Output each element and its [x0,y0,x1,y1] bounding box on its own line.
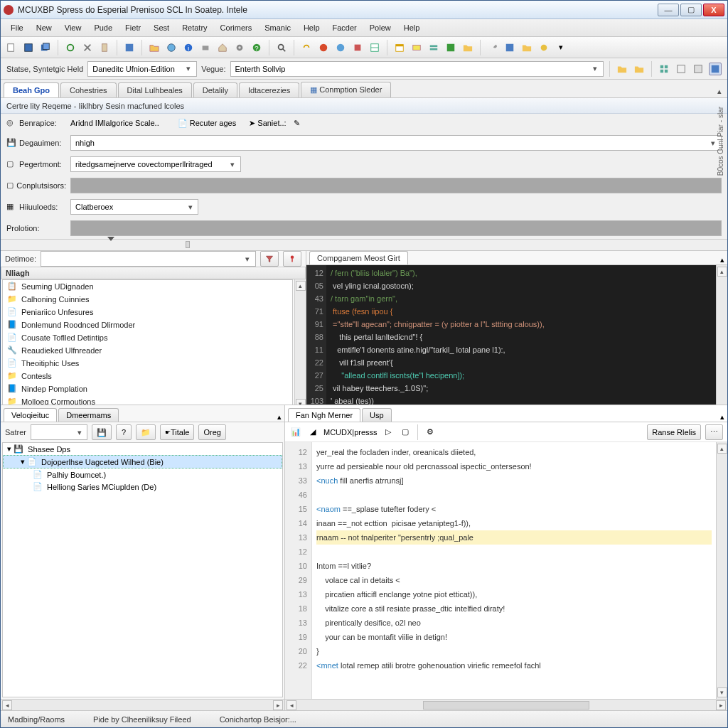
tab-detalily[interactable]: Detalily [193,82,237,97]
menu-item[interactable]: Retatry [176,22,213,33]
editor-vscroll[interactable]: ▴ ▾ [716,265,727,422]
help-icon[interactable]: ? [250,41,263,54]
tab-dmeermams[interactable]: Dmeermams [58,408,119,422]
tab-idtacerezies[interactable]: Idtacerezies [239,82,299,97]
card-icon[interactable] [410,41,423,54]
collapse-icon[interactable]: ▴ [716,85,723,97]
stack-icon[interactable] [427,41,440,54]
globe2-icon[interactable] [334,41,347,54]
degauimen-combo[interactable]: ▾ [70,135,722,151]
maximize-button[interactable]: ▢ [680,4,702,16]
grid-icon[interactable] [658,63,670,75]
folder3-icon[interactable] [520,41,533,54]
collapse-icon[interactable]: ▴ [720,412,724,422]
ranse-btn[interactable]: Ranse Rlelis [647,424,701,440]
table-icon[interactable] [368,41,381,54]
pegertmont-combo[interactable]: ▾ [70,156,241,172]
project-item[interactable]: 📄 Palhiy Boumcet.) [3,469,282,481]
scroll-up-icon[interactable]: ▴ [296,281,306,291]
hscroll[interactable]: ◂ ▸ [1,699,284,710]
menu-item[interactable]: Fietr [119,22,146,33]
close-button[interactable]: X [703,4,724,16]
chevron-down-icon[interactable]: ▾ [183,64,193,73]
gear-icon[interactable] [233,41,246,54]
tree-item[interactable]: 📋Seuming UDignaden [3,280,292,293]
tab-fan-ngh[interactable]: Fan Ngh Merner [288,408,360,422]
play-icon[interactable]: ▷ [382,426,395,439]
tab-dital[interactable]: Dital Lulhbeales [118,82,192,97]
dropdown-icon[interactable]: ▾ [555,41,567,54]
globe-icon[interactable] [165,41,178,54]
editor-tab[interactable]: Compganem Meost Girt [309,251,408,264]
help-icon[interactable]: ? [116,424,132,440]
console-hscroll[interactable]: ◂ ▸ [285,699,727,710]
open-folder-icon[interactable] [616,63,628,75]
refresh-icon[interactable] [64,41,77,54]
folder-icon[interactable]: 📁 [136,424,156,440]
folder2-icon[interactable] [461,41,474,54]
tree-item[interactable]: 📁Contesls [3,370,292,382]
detimoe-combo[interactable]: ▾ [41,251,256,267]
menu-item[interactable]: Polew [364,22,397,33]
chevron-down-icon[interactable]: ▾ [243,255,252,264]
tab-beah-gpo[interactable]: Beah Gpo [4,82,59,97]
save-all-icon[interactable] [39,41,52,54]
print-icon[interactable] [199,41,212,54]
collapse-icon[interactable]: ▴ [277,412,282,422]
info-icon[interactable]: i [182,41,195,54]
pin-btn[interactable] [283,251,301,267]
collapse-icon[interactable]: ▴ [720,255,724,264]
menu-item[interactable]: Sest [148,22,175,33]
minimize-button[interactable]: — [658,4,679,16]
menu-item[interactable]: Corimers [215,22,258,33]
panel-icon[interactable] [692,63,705,75]
ball-icon[interactable] [537,41,550,54]
perspective-icon[interactable] [709,63,722,75]
chip-icon[interactable]: ◢ [306,426,319,439]
saniet-link[interactable]: ➤ Saniet..: [249,119,286,128]
vscroll[interactable]: ▴ ▾ [294,279,306,410]
project-item[interactable]: ▾ 📄 Dojoperlhse Uagceted Wilhed (Bie) [3,455,282,469]
tab-veloqieituc[interactable]: Veloqieituc [4,408,57,422]
tree-item[interactable]: 📄Theoitiphic Uses [3,357,292,370]
console-code[interactable]: yer_real the focladen inder, oreanicals … [312,442,716,699]
tab-cohestries[interactable]: Cohestries [60,82,117,97]
search-combo[interactable]: ▾ [31,424,87,440]
tree-item[interactable]: 📄Peniariico Unfesures [3,306,292,318]
chevron-down-icon[interactable]: ▾ [590,64,600,73]
stop-icon[interactable] [317,41,330,54]
undo-icon[interactable] [300,41,313,54]
menu-item[interactable]: Facder [327,22,363,33]
vegue-combo[interactable]: ▾ [230,61,604,77]
ruler[interactable] [1,239,727,250]
wrench-icon[interactable] [486,41,499,54]
calendar-icon[interactable] [393,41,406,54]
green-icon[interactable] [444,41,457,54]
menu-item[interactable]: Pude [88,22,118,33]
state-input[interactable] [91,62,183,76]
tab-conmption[interactable]: ▦ Conmption Sleder [301,82,391,97]
prolotion-field[interactable] [70,220,722,236]
gear-icon[interactable]: ⚙ [424,426,437,439]
menu-item[interactable]: Smanic [259,22,296,33]
new-icon[interactable] [5,41,18,54]
conputsisors-field[interactable] [70,178,722,193]
stop-icon[interactable]: ▢ [399,426,412,439]
tree-item[interactable]: 📘Donlemund Roodnced Dlirmoder [3,318,292,331]
filter-btn[interactable] [260,251,279,267]
save-icon[interactable] [22,41,35,54]
state-combo[interactable]: ▾ [87,61,197,77]
chevron-down-icon[interactable]: ▾ [186,203,195,212]
chip-icon[interactable] [351,41,364,54]
menu-item[interactable]: Help [398,22,426,33]
left-tree[interactable]: 📋Seuming UDignaden📁Calhoning Cuinnies📄Pe… [2,279,293,409]
console-vscroll[interactable]: ▴ ▾ [716,442,727,699]
title-btn[interactable]: ☛Titale [160,424,195,440]
project-tree[interactable]: ▾ 💾 Shasee Dps ▾ 📄 Dojoperlhse Uagceted … [2,442,283,697]
cut-icon[interactable] [81,41,94,54]
disk-icon[interactable]: 💾 [92,424,112,440]
hiuuloeds-combo[interactable]: ▾ [70,199,198,215]
more-btn[interactable]: ⋯ [705,424,723,440]
chevron-down-icon[interactable]: ▾ [228,160,237,169]
editor-code[interactable]: / fern ("bliis lolaler") Ba"), vel yling… [326,265,716,422]
